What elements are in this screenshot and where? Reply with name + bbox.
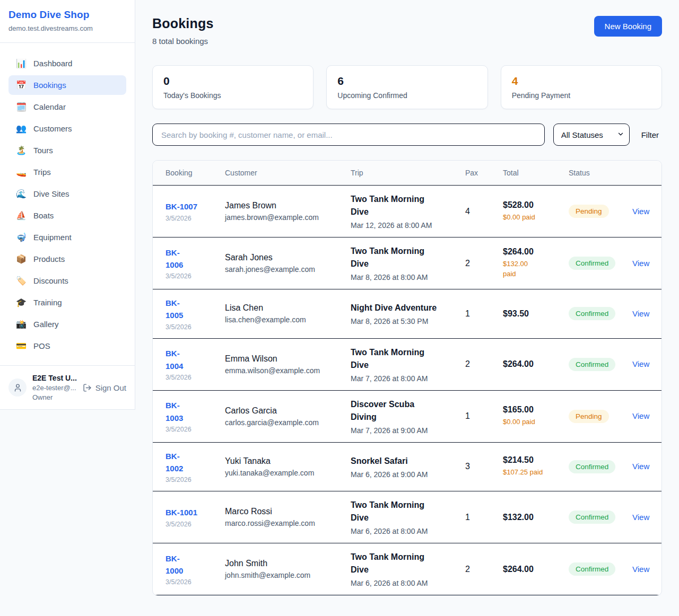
sidebar-item[interactable]: 🚤 Trips [8, 162, 126, 182]
sidebar-item[interactable]: 📊 Dashboard [8, 54, 126, 73]
table-row: BK- 1005 3/5/2026 Lisa Chen lisa.chen@ex… [153, 289, 662, 339]
calendar-icon: 📅 [16, 81, 27, 90]
table-row: BK-1001 3/5/2026 Marco Rossi marco.rossi… [153, 491, 662, 543]
status-select[interactable]: All Statuses [553, 124, 630, 146]
sidebar-item[interactable]: 🤿 Equipment [8, 227, 126, 247]
sidebar-item-label: Calendar [33, 102, 66, 111]
stat-card: 4 Pending Payment [501, 65, 662, 109]
booking-created-date: 3/5/2026 [166, 272, 212, 280]
sign-out-label: Sign Out [95, 383, 126, 392]
view-link[interactable]: View [632, 207, 649, 216]
sidebar-item[interactable]: 🗓️ Calendar [8, 97, 126, 117]
total-amount: $165.00 [503, 405, 556, 415]
status-badge: Confirmed [569, 307, 615, 320]
shop-name: Demo Dive Shop [8, 9, 126, 21]
total-amount: $214.50 [503, 455, 556, 465]
table-row: BK- 1000 3/5/2026 John Smith john.smith@… [153, 543, 662, 595]
col-header-pax: Pax [459, 161, 497, 186]
status-badge: Confirmed [569, 358, 615, 371]
bar-chart-icon: 📊 [16, 59, 27, 68]
booking-id-link[interactable]: BK-1001 [166, 506, 212, 518]
trip-datetime: Mar 12, 2026 at 8:00 AM [351, 221, 452, 230]
booking-id-link[interactable]: BK- 1003 [166, 399, 212, 424]
credit-card-icon: 💳 [16, 342, 27, 350]
trip-datetime: Mar 6, 2026 at 9:00 AM [351, 470, 452, 479]
customer-name: Lisa Chen [225, 303, 338, 313]
col-header-actions [626, 161, 662, 186]
view-link[interactable]: View [632, 565, 649, 574]
booking-id-link[interactable]: BK- 1000 [166, 552, 212, 577]
sidebar-item[interactable]: 🎓 Training [8, 293, 126, 312]
trip-name: Two Tank Morning Dive [351, 499, 452, 524]
diving-mask-icon: 🤿 [16, 233, 27, 242]
page-title-block: Bookings 8 total bookings [152, 16, 214, 46]
search-input[interactable] [152, 124, 545, 146]
brand-block: Demo Dive Shop demo.test.divestreams.com [0, 0, 135, 43]
trip-datetime: Mar 7, 2026 at 9:00 AM [351, 426, 452, 435]
booking-created-date: 3/5/2026 [166, 215, 212, 222]
paid-amount: $0.00 paid [503, 213, 556, 223]
stat-card: 0 Today's Bookings [152, 65, 314, 109]
booking-id-link[interactable]: BK- 1002 [166, 450, 212, 475]
view-link[interactable]: View [632, 309, 649, 318]
trip-name: Discover Scuba Diving [351, 398, 452, 424]
user-name: E2E Test U... [32, 374, 77, 382]
booking-id-link[interactable]: BK- 1006 [166, 247, 212, 271]
table-row: BK- 1002 3/5/2026 Yuki Tanaka yuki.tanak… [153, 442, 662, 491]
sidebar-item[interactable]: 💳 POS [8, 336, 126, 356]
sidebar-item[interactable]: 📦 Products [8, 249, 126, 269]
customer-name: James Brown [225, 201, 338, 210]
booking-created-date: 3/5/2026 [166, 426, 212, 433]
col-header-total: Total [497, 161, 562, 186]
customer-email: emma.wilson@example.com [225, 366, 338, 375]
trip-name: Two Tank Morning Dive [351, 193, 452, 218]
table-row: BK- 1004 3/5/2026 Emma Wilson emma.wilso… [153, 338, 662, 390]
new-booking-button[interactable]: New Booking [594, 16, 662, 37]
customer-email: james.brown@example.com [225, 213, 338, 222]
sidebar-item-label: Customers [33, 124, 72, 133]
people-icon: 👥 [16, 125, 27, 133]
sidebar-item[interactable]: ⛵ Boats [8, 206, 126, 225]
wave-icon: 🌊 [16, 190, 27, 198]
col-header-trip: Trip [344, 161, 459, 186]
user-meta: E2E Test U... e2e-tester@... Owner [32, 374, 77, 401]
booking-created-date: 3/5/2026 [166, 476, 212, 483]
total-amount: $264.00 [503, 359, 556, 369]
status-badge: Confirmed [569, 460, 615, 473]
user-role: Owner [32, 393, 77, 401]
col-header-booking: Booking [153, 161, 219, 186]
shop-domain: demo.test.divestreams.com [8, 24, 126, 32]
sidebar-item-label: Products [33, 254, 65, 263]
sidebar: Demo Dive Shop demo.test.divestreams.com… [0, 0, 135, 410]
view-link[interactable]: View [632, 462, 649, 471]
sidebar-item[interactable]: 📅 Bookings [8, 75, 126, 95]
pax-count: 1 [465, 309, 470, 318]
trip-name: Two Tank Morning Dive [351, 346, 452, 372]
trip-name: Snorkel Safari [351, 455, 452, 468]
filter-button[interactable]: Filter [638, 130, 662, 139]
customer-email: john.smith@example.com [225, 571, 338, 579]
booking-created-date: 3/5/2026 [166, 578, 212, 586]
island-icon: 🏝️ [16, 146, 27, 155]
booking-id-link[interactable]: BK- 1004 [166, 347, 212, 372]
booking-id-link[interactable]: BK- 1005 [166, 297, 212, 322]
booking-id-link[interactable]: BK-1007 [166, 200, 212, 213]
view-link[interactable]: View [632, 411, 649, 420]
sailboat-icon: ⛵ [16, 212, 27, 220]
stat-value: 6 [337, 75, 476, 87]
status-select-wrap: All Statuses [553, 124, 630, 146]
stat-label: Pending Payment [512, 91, 651, 100]
total-amount: $132.00 [503, 513, 556, 522]
sidebar-item[interactable]: 📸 Gallery [8, 314, 126, 334]
sidebar-item[interactable]: 🏷️ Discounts [8, 271, 126, 291]
view-link[interactable]: View [632, 359, 649, 368]
sidebar-item[interactable]: 🏝️ Tours [8, 140, 126, 160]
sidebar-item[interactable]: 🌊 Dive Sites [8, 184, 126, 204]
sidebar-item-label: Tours [33, 146, 53, 155]
sign-out-button[interactable]: Sign Out [83, 383, 126, 392]
table-row: BK-1007 3/5/2026 James Brown james.brown… [153, 186, 662, 237]
sidebar-item-label: Dive Sites [33, 189, 69, 198]
view-link[interactable]: View [632, 259, 649, 268]
view-link[interactable]: View [632, 513, 649, 522]
sidebar-item[interactable]: 👥 Customers [8, 119, 126, 138]
